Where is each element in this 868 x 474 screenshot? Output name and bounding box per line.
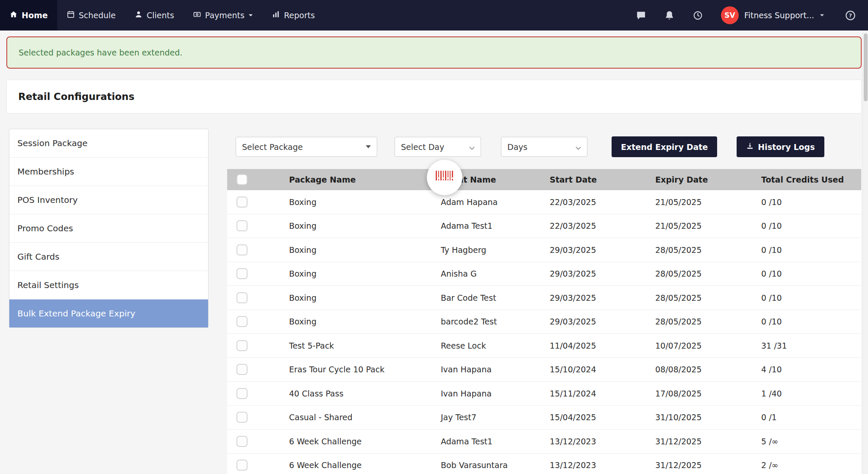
- chat-icon[interactable]: [636, 10, 646, 21]
- download-icon: [746, 142, 754, 152]
- sidebar-item-bulk-extend-package-expiry[interactable]: Bulk Extend Package Expiry: [9, 299, 208, 327]
- extend-expiry-date-button[interactable]: Extend Expiry Date: [612, 136, 717, 157]
- table-row: 6 Week Challenge Adama Test1 13/12/2023 …: [227, 430, 861, 454]
- cell-client-name: barcode2 Test: [441, 317, 550, 326]
- cell-start-date: 15/10/2024: [550, 365, 655, 374]
- scrollbar-track[interactable]: [862, 31, 868, 474]
- days-select[interactable]: Days: [501, 137, 587, 157]
- row-checkbox[interactable]: [236, 220, 248, 231]
- sidebar-item-label: Session Package: [17, 138, 88, 148]
- account-menu[interactable]: SV Fitness Support...: [721, 6, 824, 24]
- scrollbar-thumb[interactable]: [864, 33, 868, 101]
- cell-package-name: Boxing: [289, 317, 441, 326]
- success-alert: Selected packages have been extended.: [6, 36, 862, 69]
- cell-total-credits-used: 4 /10: [761, 365, 861, 374]
- cell-total-credits-used: 0 /1: [761, 413, 861, 422]
- sidebar-item-retail-settings[interactable]: Retail Settings: [9, 271, 208, 299]
- bell-icon[interactable]: [664, 10, 675, 21]
- nav-label: Reports: [284, 11, 315, 20]
- cell-package-name: 6 Week Challenge: [289, 460, 441, 470]
- nav-item-schedule[interactable]: Schedule: [57, 0, 125, 30]
- top-navbar: Home Schedule Clients Payments: [0, 0, 868, 30]
- cell-start-date: 29/03/2025: [550, 293, 655, 302]
- cell-start-date: 29/03/2025: [550, 245, 655, 255]
- sidebar-item-promo-codes[interactable]: Promo Codes: [9, 214, 208, 243]
- row-checkbox[interactable]: [236, 460, 248, 471]
- home-icon: [9, 10, 18, 20]
- table-row: Boxing Adam Hapana 22/03/2025 21/05/2025…: [227, 190, 861, 214]
- days-select-value: Days: [507, 142, 527, 152]
- avatar[interactable]: SV: [721, 6, 739, 24]
- cell-package-name: 40 Class Pass: [289, 389, 441, 398]
- select-all-checkbox[interactable]: [236, 174, 248, 185]
- sidebar-item-label: Retail Settings: [17, 280, 79, 290]
- sidebar-item-label: Gift Cards: [17, 252, 59, 262]
- row-checkbox[interactable]: [236, 292, 248, 303]
- package-select[interactable]: Select Package: [236, 137, 377, 157]
- cell-start-date: 22/03/2025: [550, 221, 655, 230]
- sidebar-item-label: Bulk Extend Package Expiry: [17, 308, 135, 319]
- nav-item-clients[interactable]: Clients: [125, 0, 184, 30]
- cell-start-date: 22/03/2025: [550, 197, 655, 207]
- chevron-down-icon: [469, 142, 475, 152]
- nav-label: Clients: [147, 11, 174, 20]
- cell-start-date: 13/12/2023: [550, 437, 655, 446]
- cell-expiry-date: 28/05/2025: [655, 317, 761, 326]
- row-checkbox[interactable]: [236, 364, 248, 375]
- sidebar-item-pos-inventory[interactable]: POS Inventory: [9, 186, 208, 214]
- main-panel: Select Package Select Day Days Extend Ex…: [227, 129, 861, 474]
- header-start-date: Start Date: [550, 175, 655, 184]
- nav-item-payments[interactable]: Payments: [184, 0, 262, 30]
- sidebar-item-gift-cards[interactable]: Gift Cards: [9, 243, 208, 271]
- chevron-down-icon: [576, 142, 581, 152]
- table-row: Boxing Anisha G 29/03/2025 28/05/2025 0 …: [227, 262, 861, 286]
- header-total-credits-used: Total Credits Used: [761, 175, 861, 184]
- row-checkbox[interactable]: [236, 340, 248, 351]
- table-header-row: Package Name Client Name Start Date Expi…: [227, 169, 861, 190]
- cell-start-date: 13/12/2023: [550, 460, 655, 470]
- cell-expiry-date: 28/05/2025: [655, 245, 761, 255]
- cell-package-name: Casual - Shared: [289, 413, 441, 422]
- cell-start-date: 11/04/2025: [550, 341, 655, 350]
- account-label: Fitness Support...: [744, 11, 814, 20]
- cell-client-name: Bar Code Test: [441, 293, 550, 302]
- navbar-right: SV Fitness Support... ?: [636, 0, 868, 30]
- cell-client-name: Adam Hapana: [441, 197, 550, 207]
- cell-total-credits-used: 2 /∞: [761, 460, 861, 470]
- nav-item-home[interactable]: Home: [0, 0, 57, 30]
- table-row: 40 Class Pass Ivan Hapana 15/11/2024 17/…: [227, 382, 861, 406]
- barcode-scan-overlay: [427, 160, 462, 195]
- cell-total-credits-used: 0 /10: [761, 269, 861, 278]
- header-package-name: Package Name: [289, 175, 441, 184]
- cell-start-date: 15/11/2024: [550, 389, 655, 398]
- button-label: Extend Expiry Date: [621, 142, 708, 152]
- row-checkbox[interactable]: [236, 388, 248, 399]
- day-select-value: Select Day: [401, 142, 444, 152]
- cell-package-name: Boxing: [289, 269, 441, 278]
- nav-item-reports[interactable]: Reports: [262, 0, 324, 30]
- filters-row: Select Package Select Day Days Extend Ex…: [227, 136, 861, 157]
- cell-expiry-date: 17/08/2025: [655, 389, 761, 398]
- row-checkbox[interactable]: [236, 268, 248, 279]
- row-checkbox[interactable]: [236, 316, 248, 327]
- settings-sidebar: Session Package Memberships POS Inventor…: [9, 129, 209, 328]
- day-select[interactable]: Select Day: [395, 137, 481, 157]
- row-checkbox[interactable]: [236, 197, 248, 208]
- sidebar-item-memberships[interactable]: Memberships: [9, 158, 208, 186]
- row-checkbox[interactable]: [236, 244, 248, 255]
- row-checkbox[interactable]: [236, 412, 248, 423]
- cell-package-name: Test 5-Pack: [289, 341, 441, 350]
- cell-expiry-date: 28/05/2025: [655, 269, 761, 278]
- table-row: Test 5-Pack Reese Lock 11/04/2025 10/07/…: [227, 334, 861, 358]
- cell-client-name: Ivan Hapana: [441, 389, 550, 398]
- table-body: Boxing Adam Hapana 22/03/2025 21/05/2025…: [227, 190, 861, 474]
- cell-expiry-date: 21/05/2025: [655, 221, 761, 230]
- sidebar-item-session-package[interactable]: Session Package: [9, 129, 208, 158]
- clock-icon[interactable]: [693, 10, 703, 21]
- row-checkbox[interactable]: [236, 436, 248, 447]
- history-logs-button[interactable]: History Logs: [737, 136, 824, 157]
- question-circle-icon[interactable]: ?: [845, 10, 856, 21]
- cell-total-credits-used: 0 /10: [761, 197, 861, 207]
- cell-expiry-date: 10/07/2025: [655, 341, 761, 350]
- cell-client-name: Adama Test1: [441, 221, 550, 230]
